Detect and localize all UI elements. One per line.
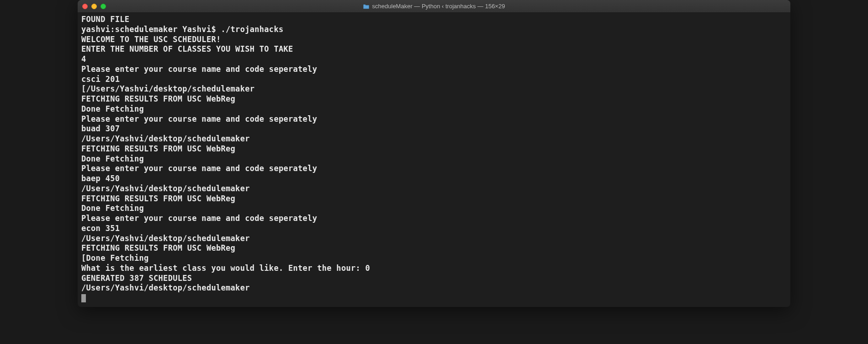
terminal-line: yashvi:schedulemaker Yashvi$ ./trojanhac… bbox=[81, 25, 787, 35]
terminal-line: csci 201 bbox=[81, 75, 787, 85]
terminal-line: What is the earliest class you would lik… bbox=[81, 263, 787, 274]
terminal-line: /Users/Yashvi/desktop/schedulemaker bbox=[81, 184, 787, 194]
terminal-line: /Users/Yashvi/desktop/schedulemaker bbox=[81, 234, 787, 244]
minimize-button[interactable] bbox=[91, 4, 97, 9]
traffic-lights bbox=[82, 4, 106, 9]
titlebar[interactable]: scheduleMaker — Python ‹ trojanhacks — 1… bbox=[78, 0, 790, 13]
terminal-line: buad 307 bbox=[81, 124, 787, 134]
terminal-cursor-line bbox=[81, 293, 787, 303]
terminal-line: [/Users/Yashvi/desktop/schedulemaker bbox=[81, 84, 787, 94]
terminal-line: [Done Fetching bbox=[81, 253, 787, 263]
terminal-line: Done Fetching bbox=[81, 154, 787, 164]
terminal-line: baep 450 bbox=[81, 174, 787, 184]
terminal-line: FETCHING RESULTS FROM USC WebReg bbox=[81, 194, 787, 204]
terminal-line: GENERATED 387 SCHEDULES bbox=[81, 274, 787, 284]
window-title-text: scheduleMaker — Python ‹ trojanhacks — 1… bbox=[372, 3, 505, 10]
terminal-line: FOUND FILE bbox=[81, 15, 787, 25]
terminal-line: 4 bbox=[81, 54, 787, 64]
terminal-line: Please enter your course name and code s… bbox=[81, 214, 787, 224]
terminal-line: /Users/Yashvi/desktop/schedulemaker bbox=[81, 283, 787, 293]
terminal-line: WELCOME TO THE USC SCHEDULER! bbox=[81, 35, 787, 45]
terminal-line: Please enter your course name and code s… bbox=[81, 64, 787, 75]
close-button[interactable] bbox=[82, 4, 88, 9]
terminal-line: FETCHING RESULTS FROM USC WebReg bbox=[81, 144, 787, 154]
terminal-line: ENTER THE NUMBER OF CLASSES YOU WISH TO … bbox=[81, 44, 787, 54]
cursor bbox=[81, 294, 86, 302]
terminal-line: Please enter your course name and code s… bbox=[81, 164, 787, 174]
terminal-line: FETCHING RESULTS FROM USC WebReg bbox=[81, 94, 787, 104]
maximize-button[interactable] bbox=[101, 4, 106, 9]
terminal-line: Done Fetching bbox=[81, 104, 787, 114]
terminal-line: FETCHING RESULTS FROM USC WebReg bbox=[81, 243, 787, 253]
terminal-line: Please enter your course name and code s… bbox=[81, 114, 787, 124]
terminal-window: scheduleMaker — Python ‹ trojanhacks — 1… bbox=[78, 0, 790, 307]
terminal-body[interactable]: FOUND FILEyashvi:schedulemaker Yashvi$ .… bbox=[78, 13, 790, 307]
window-title: scheduleMaker — Python ‹ trojanhacks — 1… bbox=[363, 3, 505, 10]
terminal-line: /Users/Yashvi/desktop/schedulemaker bbox=[81, 134, 787, 144]
folder-icon bbox=[363, 4, 370, 9]
terminal-line: econ 351 bbox=[81, 224, 787, 234]
terminal-line: Done Fetching bbox=[81, 204, 787, 214]
